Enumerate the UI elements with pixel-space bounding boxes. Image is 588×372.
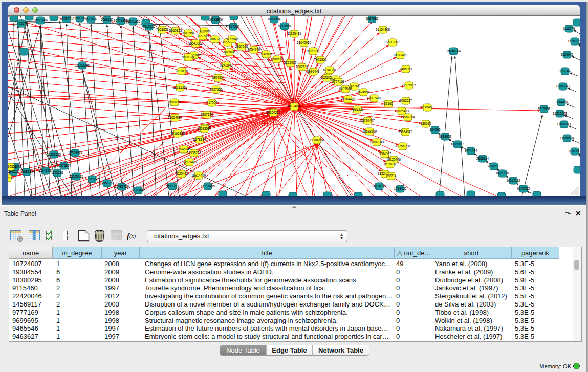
svg-text:(x): (x) xyxy=(129,233,136,239)
